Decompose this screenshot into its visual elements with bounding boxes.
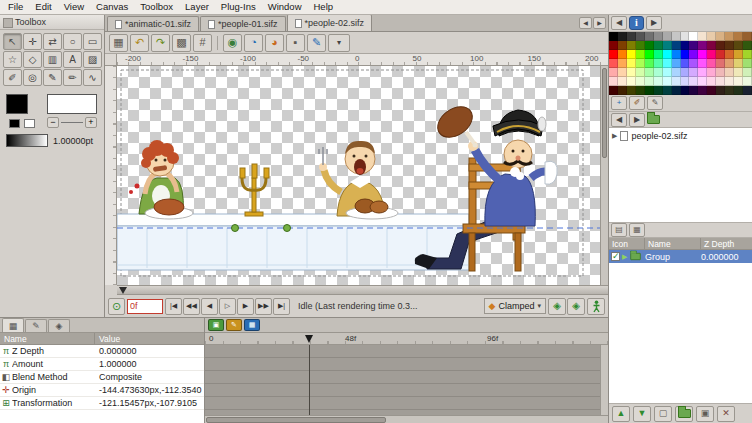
rectangle-tool-button[interactable]: ▭ [83, 33, 102, 50]
palette-swatch[interactable] [663, 50, 672, 59]
palette-swatch[interactable] [672, 59, 681, 68]
palette-swatch[interactable] [734, 41, 743, 50]
browser-forward-button[interactable]: ▶ [629, 113, 645, 127]
palette-swatch[interactable] [672, 50, 681, 59]
palette-swatch[interactable] [716, 41, 725, 50]
palette-swatch[interactable] [743, 68, 752, 77]
palette-swatch[interactable] [698, 41, 707, 50]
current-time-field[interactable] [127, 299, 163, 314]
new-group-button[interactable] [675, 406, 693, 422]
menu-layer[interactable]: Layer [179, 0, 215, 14]
menu-plug-ins[interactable]: Plug-Ins [215, 0, 262, 14]
palette-swatch[interactable] [743, 86, 752, 95]
tab-people-02-sifz[interactable]: *people-02.sifz [287, 14, 373, 31]
render-options-icon[interactable]: ◕ [265, 34, 284, 52]
toggle-low-res-icon[interactable]: ▪ [286, 34, 305, 52]
palette-swatch[interactable] [609, 77, 618, 86]
menu-edit[interactable]: Edit [29, 0, 57, 14]
interpolation-dropdown[interactable]: ◆ Clamped ▾ [484, 298, 546, 314]
palette-swatch[interactable] [672, 32, 681, 41]
palette-swatch[interactable] [636, 86, 645, 95]
timetrack-tab-children[interactable]: ▦ [244, 319, 260, 331]
palette-swatch[interactable] [734, 50, 743, 59]
keyframe-indicator-icon[interactable]: ⊙ [108, 298, 125, 315]
palette-swatch[interactable] [672, 77, 681, 86]
palette-swatch[interactable] [716, 59, 725, 68]
draw-tool-button[interactable]: ✎ [43, 69, 62, 86]
timetrack-ruler[interactable]: 048f96f [205, 333, 608, 345]
canvas-vertical-scrollbar[interactable] [600, 66, 608, 285]
toggle-grid-icon[interactable]: ▦ [109, 34, 128, 52]
canvas-viewport[interactable] [117, 66, 600, 285]
seek-end-button[interactable]: ▶| [273, 298, 290, 315]
palette-swatch[interactable] [654, 59, 663, 68]
secondary-color-swatch[interactable] [24, 119, 35, 128]
play-button[interactable]: ▷ [219, 298, 236, 315]
param-row-transformation[interactable]: ⊞Transformation-121.15457px,-107.9105 [0, 397, 204, 410]
edit-color-button[interactable]: ✎ [647, 96, 663, 110]
palette-swatch[interactable] [716, 32, 725, 41]
ruler-vertical[interactable] [105, 66, 117, 285]
palette-swatch[interactable] [698, 50, 707, 59]
palette-swatch[interactable] [725, 32, 734, 41]
palette-swatch[interactable] [609, 32, 618, 41]
palette-swatch[interactable] [645, 77, 654, 86]
palette-swatch[interactable] [636, 50, 645, 59]
param-value[interactable]: 1.000000 [95, 359, 204, 369]
palette-swatch[interactable] [707, 32, 716, 41]
palette-swatch[interactable] [698, 77, 707, 86]
palette-swatch[interactable] [689, 77, 698, 86]
palette-swatch[interactable] [681, 59, 690, 68]
palette-swatch[interactable] [663, 32, 672, 41]
duplicate-layer-button[interactable]: ▣ [696, 406, 714, 422]
menu-file[interactable]: File [2, 0, 29, 14]
canvas-browser-icon[interactable]: ▦ [629, 223, 645, 237]
palette-swatch[interactable] [734, 77, 743, 86]
palette-swatch[interactable] [663, 59, 672, 68]
transform-tool-button[interactable]: ↖ [3, 33, 22, 50]
layers-panel-icon[interactable]: ▤ [611, 223, 627, 237]
menu-toolbox[interactable]: Toolbox [134, 0, 179, 14]
palette-swatch[interactable] [627, 41, 636, 50]
gradient-tool-button[interactable]: ▥ [43, 51, 62, 68]
palette-swatch[interactable] [645, 68, 654, 77]
folder-icon[interactable] [647, 115, 660, 124]
palette-swatch[interactable] [627, 68, 636, 77]
menu-canvas[interactable]: Canvas [90, 0, 134, 14]
param-row-z-depth[interactable]: πZ Depth0.000000 [0, 345, 204, 358]
palette-swatch[interactable] [618, 50, 627, 59]
palette-swatch[interactable] [609, 50, 618, 59]
palette-swatch[interactable] [663, 86, 672, 95]
lock-future-keyframe-button[interactable]: ◈ [567, 298, 585, 315]
edit-mode-icon[interactable]: ✎ [307, 34, 326, 52]
width-tool-button[interactable]: ∿ [83, 69, 102, 86]
delete-layer-button[interactable]: ✕ [717, 406, 735, 422]
text-tool-button[interactable]: A [63, 51, 82, 68]
sketch-tool-button[interactable]: ✏ [63, 69, 82, 86]
palette-swatch[interactable] [698, 86, 707, 95]
onion-skin-icon[interactable]: ◉ [223, 34, 242, 52]
add-color-button[interactable]: + [611, 96, 627, 110]
tab-people-01-sifz[interactable]: *people-01.sifz [200, 16, 286, 31]
palette-swatch[interactable] [672, 68, 681, 77]
palette-swatch[interactable] [707, 77, 716, 86]
palette-swatch[interactable] [725, 86, 734, 95]
decrease-width-button[interactable]: − [47, 117, 59, 128]
seek-prev-keyframe-button[interactable]: ◀◀ [183, 298, 200, 315]
toggle-guides-icon[interactable]: # [193, 34, 212, 52]
palette-swatch[interactable] [743, 32, 752, 41]
palette-swatch[interactable] [618, 32, 627, 41]
quality-dropdown[interactable]: ▾ [328, 34, 350, 52]
palette-swatch[interactable] [636, 77, 645, 86]
fill-color-swatch[interactable] [6, 94, 28, 114]
seek-next-keyframe-button[interactable]: ▶▶ [255, 298, 272, 315]
palette-swatch[interactable] [734, 86, 743, 95]
menu-view[interactable]: View [58, 0, 90, 14]
palette-swatch[interactable] [645, 32, 654, 41]
palette-swatch[interactable] [734, 32, 743, 41]
fill-tool-button[interactable]: ▨ [83, 51, 102, 68]
timetrack-vertical-scrollbar[interactable] [600, 345, 608, 415]
palette-swatch[interactable] [707, 86, 716, 95]
palette-swatch[interactable] [627, 86, 636, 95]
palette-swatch[interactable] [663, 68, 672, 77]
